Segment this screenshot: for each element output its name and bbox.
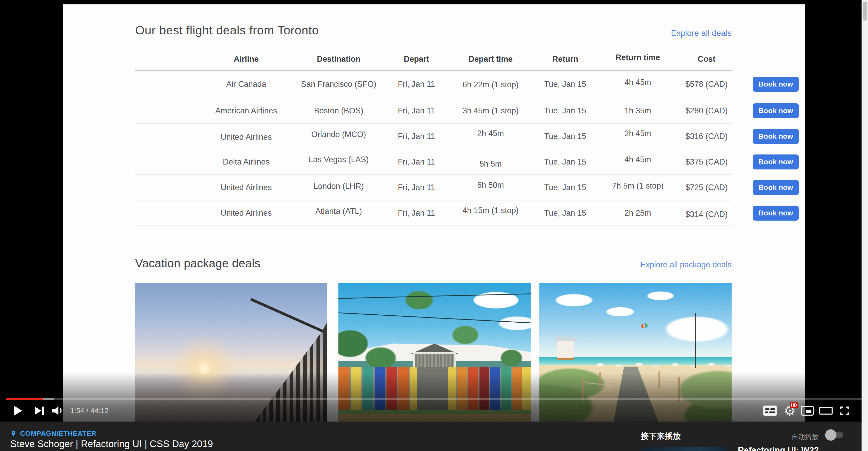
flight-row: United AirlinesLondon (LHR)Fri, Jan 116h… [135,175,732,200]
cell-cost: $375 (CAD) [668,149,745,174]
flight-deals-table: AirlineDestinationDepartDepart timeRetur… [135,48,732,226]
book-now-button[interactable]: Book now [753,155,799,169]
explore-all-deals-link[interactable]: Explore all deals [671,28,732,38]
location-name: COMPAGNIETHEATER [20,429,96,438]
column-header-destination: Destination [284,48,393,70]
location-pin-icon [10,429,17,438]
column-header-depart-time: Depart time [444,48,537,70]
scrollbar[interactable] [862,0,868,451]
cell-destination: Atlanta (ATL) [284,199,393,224]
progress-played [6,398,43,400]
book-now-button[interactable]: Book now [753,77,799,92]
cell-airline: United Airlines [200,125,293,150]
cell-depart: Fri, Jan 11 [378,149,455,174]
settings-button[interactable]: ⚙ HD [781,401,799,421]
cell-depart-time: 3h 45m (1 stop) [444,98,537,123]
cell-depart: Fri, Jan 11 [378,71,455,98]
player-controls: 1:54 / 44:12 ⚙ HD [0,401,868,421]
hd-quality-badge: HD [790,402,798,408]
miniplayer-icon [801,406,814,416]
presentation-slide: Our best flight deals from Toronto Explo… [63,4,805,422]
autoplay-toggle[interactable] [826,432,843,438]
video-metadata-section: COMPAGNIETHEATER Steve Schoger | Refacto… [0,422,868,451]
youtube-watch-page: Our best flight deals from Toronto Explo… [0,0,868,451]
up-next-label: 接下来播放 [641,431,681,442]
flight-row: United AirlinesOrlando (MCO)Fri, Jan 112… [135,124,732,149]
cell-depart: Fri, Jan 11 [378,175,455,200]
slide-deals-title: Our best flight deals from Toronto [135,23,319,37]
cell-airline: Delta Airlines [200,149,293,174]
cell-cost: $578 (CAD) [668,71,745,98]
cell-depart-time: 6h 50m [444,172,537,198]
cell-airline: Air Canada [200,71,293,98]
book-now-button[interactable]: Book now [753,103,799,118]
cell-destination: San Francisco (SFO) [284,71,393,98]
cell-cost: $280 (CAD) [668,98,745,123]
scrollbar-thumb[interactable] [863,2,867,21]
flight-table-rows: Air CanadaSan Francisco (SFO)Fri, Jan 11… [135,71,732,226]
next-video-thumbnail[interactable] [641,447,727,451]
cell-destination: Boston (BOS) [284,98,393,123]
cell-airline: United Airlines [200,175,293,200]
column-header-cost: Cost [668,48,745,70]
cell-destination: Las Vegas (LAS) [284,147,393,172]
subtitles-button[interactable] [761,401,779,421]
fullscreen-button[interactable] [836,401,853,421]
theater-mode-button[interactable] [817,401,834,421]
column-header-airline: Airline [200,48,293,70]
cell-depart-time: 2h 45m [444,121,537,146]
cell-cost: $314 (CAD) [668,202,745,227]
play-button[interactable] [10,401,26,421]
next-video-title[interactable]: Refactoring UI: W22 [738,445,819,451]
autoplay-label: 自动播放 [792,432,818,442]
cell-depart-time: 4h 15m (1 stop) [444,198,537,223]
progress-bar[interactable] [6,398,862,400]
explore-all-package-deals-link[interactable]: Explore all package deals [641,260,732,269]
miniplayer-button[interactable] [799,401,816,421]
column-header-depart: Depart [378,48,455,70]
fullscreen-icon [839,405,850,417]
autoplay-toggle-knob [825,429,836,441]
flight-row: Air CanadaSan Francisco (SFO)Fri, Jan 11… [135,71,732,98]
cell-airline: American Airlines [200,98,293,123]
next-video-button[interactable] [32,401,47,421]
volume-button[interactable] [50,401,66,421]
play-icon [14,406,22,416]
cell-destination: Orlando (MCO) [284,122,393,147]
volume-icon [51,406,65,416]
book-now-button[interactable]: Book now [753,180,799,195]
cell-depart: Fri, Jan 11 [378,98,455,123]
cell-cost: $316 (CAD) [668,124,745,149]
flight-table-header: AirlineDestinationDepartDepart timeRetur… [135,48,732,71]
video-player[interactable]: Our best flight deals from Toronto Explo… [0,0,868,422]
cell-depart: Fri, Jan 11 [378,124,455,149]
cell-destination: London (LHR) [284,173,393,199]
flight-row: United AirlinesAtlanta (ATL)Fri, Jan 114… [135,200,732,226]
flight-row: American AirlinesBoston (BOS)Fri, Jan 11… [135,98,732,124]
cell-depart: Fri, Jan 11 [378,200,455,226]
slide-packages-title: Vacation package deals [135,256,260,270]
flight-row: Delta AirlinesLas Vegas (LAS)Fri, Jan 11… [135,149,732,175]
book-now-button[interactable]: Book now [753,205,799,221]
location-link[interactable]: COMPAGNIETHEATER [10,429,96,438]
video-title: Steve Schoger | Refactoring UI | CSS Day… [10,439,213,449]
time-display: 1:54 / 44:12 [70,401,109,421]
cell-airline: United Airlines [200,200,293,226]
book-now-button[interactable]: Book now [753,129,799,144]
cell-cost: $725 (CAD) [668,175,745,200]
cell-depart-time: 6h 22m (1 stop) [444,71,537,98]
theater-mode-icon [819,407,833,415]
skip-next-icon [35,407,44,415]
subtitles-icon [763,406,777,416]
